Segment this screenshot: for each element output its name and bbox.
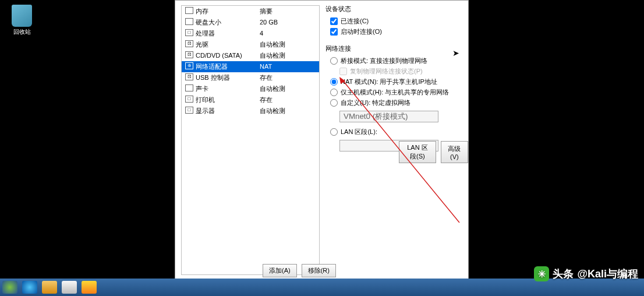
connect-poweron-row[interactable]: 启动时连接(O) [325, 27, 465, 36]
device-icon [185, 84, 193, 91]
device-label: 打印机 [196, 96, 260, 104]
vm-settings-dialog: 内存摘要硬盘大小20 GB□处理器4⊡光驱自动检测⊡CD/DVD (SATA)自… [175, 0, 469, 296]
device-label: 光驱 [196, 40, 260, 49]
replicate-state-row[interactable]: 复制物理网络连接状态(P) [325, 67, 465, 76]
device-icon: ⊡ [185, 40, 193, 47]
replicate-state-label: 复制物理网络连接状态(P) [350, 67, 423, 76]
device-value: 自动检测 [260, 51, 316, 60]
lan-segment-label: LAN 区段(L): [341, 128, 377, 136]
recycle-bin-icon [12, 5, 32, 27]
hardware-buttons: 添加(A) 移除(R) [263, 264, 336, 277]
device-list: 内存摘要硬盘大小20 GB□处理器4⊡光驱自动检测⊡CD/DVD (SATA)自… [182, 6, 319, 117]
device-value: 自动检测 [260, 40, 316, 49]
device-value: 自动检测 [260, 84, 316, 93]
device-label: CD/DVD (SATA) [196, 51, 260, 60]
device-value: 20 GB [260, 18, 316, 27]
hostonly-radio[interactable] [330, 89, 338, 96]
device-icon: ⊕ [185, 62, 193, 69]
device-icon: □ [185, 29, 193, 36]
device-row[interactable]: 声卡自动检测 [182, 83, 319, 94]
watermark-text-2: @Kali与编程 [577, 267, 638, 281]
device-row[interactable]: ⊡USB 控制器存在 [182, 72, 319, 83]
device-icon: ⊡ [185, 51, 193, 58]
nat-radio-row[interactable]: NAT 模式(N): 用于共享主机IP地址 [325, 77, 465, 86]
device-icon: ⊡ [185, 73, 193, 80]
device-label: 声卡 [196, 84, 260, 93]
add-button[interactable]: 添加(A) [263, 264, 297, 277]
device-label: 处理器 [196, 29, 260, 38]
device-icon: □ [185, 96, 193, 103]
connected-checkbox[interactable] [330, 17, 338, 25]
nat-radio[interactable] [330, 78, 338, 86]
device-label: 网络适配器 [196, 62, 260, 71]
custom-radio-row[interactable]: 自定义(U): 特定虚拟网络 [325, 98, 465, 107]
network-settings-panel: 设备状态 已连接(C) 启动时连接(O) 网络连接 桥接模式: 直接连接到物理网… [325, 3, 465, 155]
custom-label: 自定义(U): 特定虚拟网络 [341, 98, 411, 107]
connect-poweron-label: 启动时连接(O) [341, 27, 382, 36]
device-value: 存在 [260, 96, 316, 104]
device-label: 内存 [196, 7, 260, 16]
hostonly-label: 仅主机模式(H): 与主机共享的专用网络 [341, 88, 449, 97]
network-extra-buttons: LAN 区段(S) 高级(V) [399, 141, 468, 163]
lan-segment-radio[interactable] [330, 128, 338, 136]
device-row[interactable]: 硬盘大小20 GB [182, 17, 319, 28]
device-row[interactable]: □显示器自动检测 [182, 105, 319, 117]
ie-icon[interactable] [22, 281, 37, 294]
connected-label: 已连接(C) [341, 17, 369, 26]
custom-network-field[interactable] [339, 111, 438, 122]
bridged-radio[interactable] [330, 57, 338, 65]
wechat-icon: ✳ [534, 266, 549, 281]
explorer-icon[interactable] [42, 281, 57, 294]
replicate-state-checkbox[interactable] [339, 68, 347, 75]
lan-segment-radio-row[interactable]: LAN 区段(L): [325, 128, 465, 136]
device-value: 摘要 [260, 7, 316, 16]
watermark: ✳ 头条 @Kali与编程 [534, 266, 638, 281]
device-row[interactable]: ⊕网络适配器NAT [182, 61, 319, 72]
remove-button[interactable]: 移除(R) [302, 264, 336, 277]
device-row[interactable]: ⊡光驱自动检测 [182, 39, 319, 50]
taskbar-app-2[interactable] [82, 281, 97, 294]
custom-radio[interactable] [330, 99, 338, 107]
bridged-label: 桥接模式: 直接连接到物理网络 [341, 57, 427, 65]
device-icon [185, 7, 193, 14]
advanced-button[interactable]: 高级(V) [441, 141, 468, 163]
connected-checkbox-row[interactable]: 已连接(C) [325, 17, 465, 26]
watermark-text-1: 头条 [553, 267, 574, 281]
recycle-bin-label: 回收站 [13, 29, 31, 35]
device-icon: □ [185, 107, 193, 114]
recycle-bin[interactable]: 回收站 [9, 5, 35, 36]
device-label: 显示器 [196, 107, 260, 115]
device-row[interactable]: □打印机存在 [182, 94, 319, 105]
lan-segments-button[interactable]: LAN 区段(S) [399, 141, 436, 163]
start-button[interactable] [2, 281, 17, 294]
device-value: 存在 [260, 73, 316, 82]
hostonly-radio-row[interactable]: 仅主机模式(H): 与主机共享的专用网络 [325, 88, 465, 97]
device-status-heading: 设备状态 [325, 5, 465, 13]
device-icon [185, 18, 193, 25]
device-value: NAT [260, 62, 316, 71]
device-row[interactable]: ⊡CD/DVD (SATA)自动检测 [182, 50, 319, 61]
taskbar-app-1[interactable] [62, 281, 77, 294]
network-connection-heading: 网络连接 [325, 44, 465, 53]
hardware-list-panel: 内存摘要硬盘大小20 GB□处理器4⊡光驱自动检测⊡CD/DVD (SATA)自… [181, 5, 320, 275]
nat-label: NAT 模式(N): 用于共享主机IP地址 [341, 77, 437, 86]
device-row[interactable]: □处理器4 [182, 28, 319, 39]
device-label: 硬盘大小 [196, 18, 260, 27]
connect-poweron-checkbox[interactable] [330, 28, 338, 36]
device-value: 自动检测 [260, 107, 316, 115]
device-label: USB 控制器 [196, 73, 260, 82]
bridged-radio-row[interactable]: 桥接模式: 直接连接到物理网络 [325, 57, 465, 65]
device-row[interactable]: 内存摘要 [182, 6, 319, 17]
device-value: 4 [260, 29, 316, 38]
